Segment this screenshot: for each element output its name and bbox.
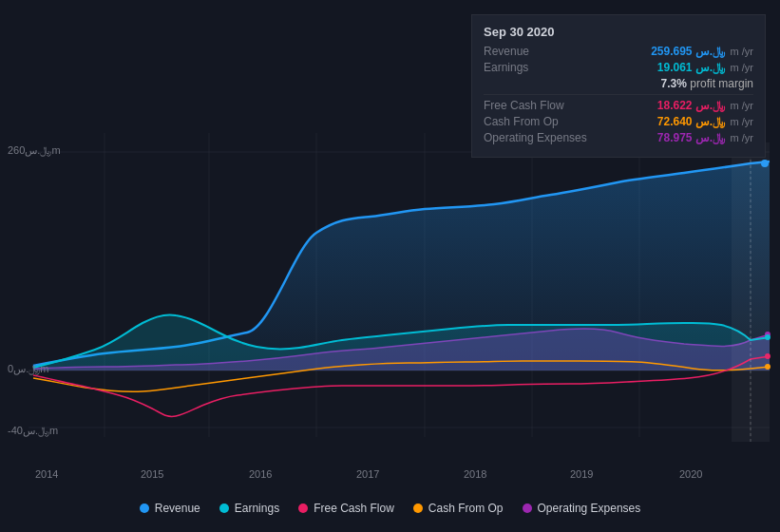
tooltip-box: Sep 30 2020 Revenue 259.695 ﷼.س m /yr Ea… [471,14,766,158]
x-label-2020: 2020 [679,468,702,480]
tooltip-opex-label: Operating Expenses [484,131,587,144]
tooltip-opex-row: Operating Expenses 78.975 ﷼.س m /yr [484,131,753,144]
legend-cashop[interactable]: Cash From Op [413,502,504,515]
legend-opex-label: Operating Expenses [538,502,641,515]
legend-opex-dot [523,504,532,513]
tooltip-fcf-row: Free Cash Flow 18.622 ﷼.س m /yr [484,99,753,112]
legend-fcf-label: Free Cash Flow [314,502,394,515]
tooltip-earnings-unit: m /yr [731,62,753,73]
tooltip-earnings-currency: ﷼.س [695,61,725,74]
y-label-top: 260﷼.سm [8,144,61,157]
chart-legend: Revenue Earnings Free Cash Flow Cash Fro… [0,494,780,522]
x-label-2019: 2019 [570,468,593,480]
legend-revenue-dot [140,504,149,513]
tooltip-revenue-value: 259.695 [651,45,692,58]
tooltip-margin-pct: 7.3% [661,77,687,90]
x-label-2017: 2017 [356,468,379,480]
tooltip-fcf-value: 18.622 [657,99,693,112]
tooltip-revenue-label: Revenue [484,45,579,58]
legend-revenue[interactable]: Revenue [140,502,200,515]
tooltip-date: Sep 30 2020 [484,25,753,39]
tooltip-margin-row: 7.3% profit margin [484,77,753,90]
legend-fcf-dot [298,504,308,513]
tooltip-revenue-unit: m /yr [731,46,753,57]
legend-earnings-label: Earnings [235,502,279,515]
y-label-zero: 0﷼.سm [8,363,48,375]
legend-earnings[interactable]: Earnings [219,502,279,515]
x-label-2016: 2016 [249,468,272,480]
legend-cashop-label: Cash From Op [428,502,504,515]
tooltip-opex-currency: ﷼.س [695,131,725,144]
legend-opex[interactable]: Operating Expenses [523,502,641,515]
tooltip-opex-value: 78.975 [657,131,693,144]
y-label-neg: -40﷼.سm [8,425,58,437]
tooltip-earnings-row: Earnings 19.061 ﷼.س m /yr [484,61,753,74]
tooltip-cashop-value: 72.640 [657,115,693,128]
tooltip-cashop-currency: ﷼.س [695,115,725,128]
x-label-2014: 2014 [35,468,58,480]
tooltip-earnings-value: 19.061 [657,61,693,74]
tooltip-fcf-currency: ﷼.س [695,99,725,112]
tooltip-revenue-row: Revenue 259.695 ﷼.س m /yr [484,45,753,58]
legend-revenue-label: Revenue [155,502,200,515]
chart-container: 260﷼.سm 0﷼.سm -40﷼.سm 2014 2015 2016 201… [0,0,780,532]
tooltip-cashop-unit: m /yr [731,116,753,127]
tooltip-fcf-label: Free Cash Flow [484,99,579,112]
x-label-2015: 2015 [141,468,163,480]
legend-cashop-dot [413,504,423,513]
tooltip-cashop-row: Cash From Op 72.640 ﷼.س m /yr [484,115,753,128]
legend-fcf[interactable]: Free Cash Flow [298,502,394,515]
tooltip-revenue-currency: ﷼.س [695,45,725,58]
tooltip-cashop-label: Cash From Op [484,115,579,128]
tooltip-fcf-unit: m /yr [731,100,753,111]
tooltip-opex-unit: m /yr [731,132,753,143]
legend-earnings-dot [219,504,229,513]
x-label-2018: 2018 [464,468,486,480]
tooltip-earnings-label: Earnings [484,61,579,74]
tooltip-margin-text: profit margin [690,77,753,90]
svg-rect-17 [732,142,770,442]
